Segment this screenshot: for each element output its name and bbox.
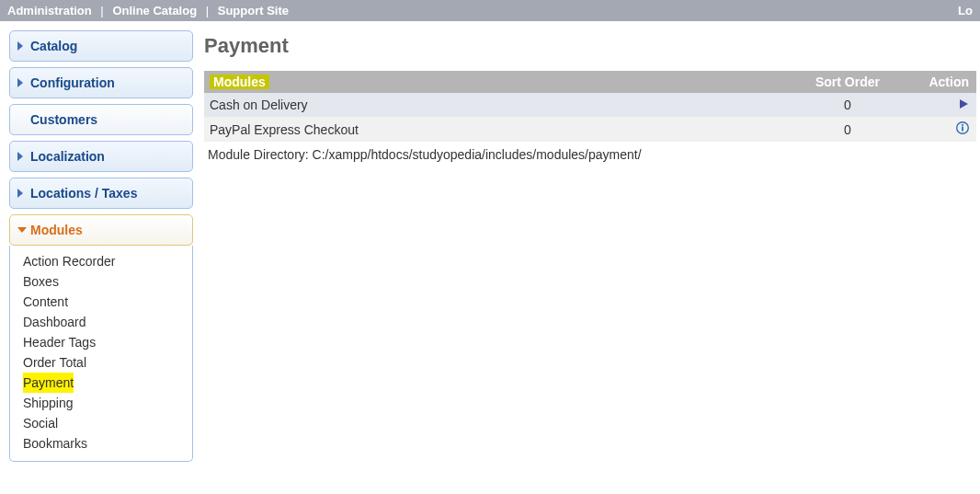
topbar-link-administration[interactable]: Administration	[7, 4, 92, 17]
submenu-item-bookmarks[interactable]: Bookmarks	[23, 433, 87, 454]
table-row[interactable]: PayPal Express Checkout 0	[204, 117, 976, 142]
sidebar-item-locations-taxes[interactable]: Locations / Taxes	[9, 178, 193, 209]
sidebar-item-label: Modules	[30, 223, 83, 237]
submenu-item-payment[interactable]: Payment	[23, 373, 74, 393]
topbar-separator: |	[200, 4, 214, 17]
sidebar: Catalog Configuration Customers Localiza…	[9, 30, 193, 467]
module-name-cell: Cash on Delivery	[204, 93, 792, 117]
col-header-action: Action	[903, 71, 976, 93]
table-row[interactable]: Cash on Delivery 0	[204, 93, 976, 117]
chevron-right-icon	[17, 78, 23, 87]
topbar-login-truncated[interactable]: Lo	[958, 4, 973, 17]
module-sort-cell: 0	[792, 93, 903, 117]
sidebar-item-label: Customers	[30, 112, 97, 127]
module-action-cell	[903, 117, 976, 142]
col-header-modules-label: Modules	[210, 75, 269, 89]
chevron-right-icon	[17, 152, 23, 161]
modules-table: Modules Sort Order Action Cash on Delive…	[204, 71, 976, 142]
chevron-right-icon	[17, 41, 23, 51]
col-header-sort-order: Sort Order	[792, 71, 903, 93]
page-title: Payment	[204, 34, 976, 58]
module-directory: Module Directory: C:/xampp/htdocs/studyo…	[204, 142, 976, 167]
sidebar-item-customers[interactable]: Customers	[9, 104, 193, 135]
topbar-left: Administration | Online Catalog | Suppor…	[7, 0, 289, 21]
submenu-item-content[interactable]: Content	[23, 292, 68, 312]
sidebar-item-label: Catalog	[30, 39, 77, 53]
chevron-right-icon	[17, 189, 23, 198]
sidebar-item-configuration[interactable]: Configuration	[9, 67, 193, 98]
submenu-item-action-recorder[interactable]: Action Recorder	[23, 251, 115, 271]
topbar-link-support-site[interactable]: Support Site	[218, 4, 289, 17]
col-header-modules: Modules	[204, 71, 792, 93]
submenu-item-boxes[interactable]: Boxes	[23, 271, 59, 292]
svg-rect-2	[962, 124, 963, 126]
sidebar-submenu-modules: Action Recorder Boxes Content Dashboard …	[9, 246, 193, 462]
chevron-down-icon	[17, 227, 27, 233]
sidebar-item-label: Locations / Taxes	[30, 186, 137, 201]
topbar-right: Lo	[958, 0, 973, 21]
module-action-cell	[903, 93, 976, 117]
module-name-cell: PayPal Express Checkout	[204, 117, 792, 142]
sidebar-item-label: Localization	[30, 149, 105, 164]
module-directory-path: C:/xampp/htdocs/studyopedia/includes/mod…	[313, 147, 642, 162]
sidebar-item-modules[interactable]: Modules	[9, 214, 193, 246]
info-icon[interactable]	[956, 122, 969, 137]
module-directory-label: Module Directory:	[208, 147, 313, 162]
submenu-item-social[interactable]: Social	[23, 413, 58, 433]
submenu-item-shipping[interactable]: Shipping	[23, 393, 74, 413]
topbar-separator: |	[95, 4, 108, 17]
submenu-item-order-total[interactable]: Order Total	[23, 352, 86, 373]
topbar: Administration | Online Catalog | Suppor…	[0, 0, 980, 21]
play-icon[interactable]	[958, 98, 969, 112]
svg-rect-1	[962, 127, 963, 132]
topbar-link-online-catalog[interactable]: Online Catalog	[112, 4, 197, 17]
content: Payment Modules Sort Order Action Cash o…	[193, 30, 976, 467]
submenu-item-dashboard[interactable]: Dashboard	[23, 312, 86, 332]
module-sort-cell: 0	[792, 117, 903, 142]
sidebar-item-catalog[interactable]: Catalog	[9, 30, 193, 62]
submenu-item-header-tags[interactable]: Header Tags	[23, 332, 96, 352]
sidebar-item-localization[interactable]: Localization	[9, 141, 193, 172]
sidebar-item-label: Configuration	[30, 75, 115, 90]
